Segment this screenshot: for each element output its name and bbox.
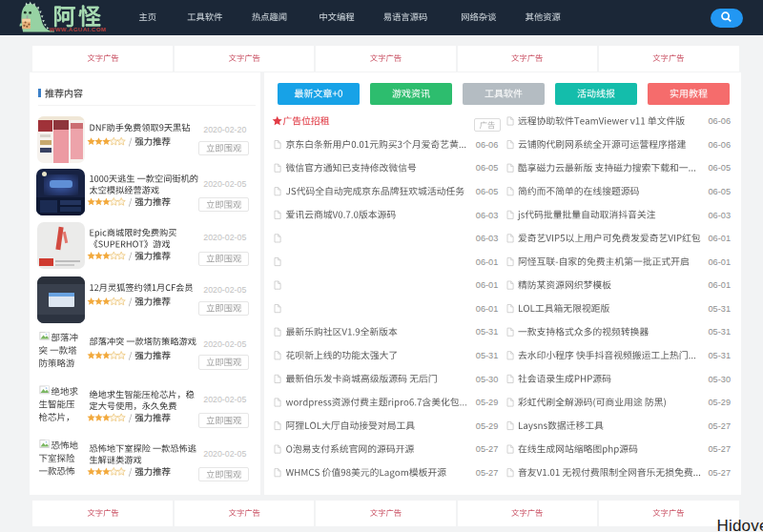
svg-text:05-31: 05-31: [709, 327, 732, 337]
svg-text:06-01: 06-01: [476, 304, 499, 314]
svg-text:2020-02-05: 2020-02-05: [203, 449, 246, 459]
svg-text:05-27: 05-27: [476, 444, 499, 454]
svg-text:Hidove: Hidove: [717, 517, 763, 532]
svg-text:05-31: 05-31: [709, 304, 732, 314]
svg-text:2020-02-05: 2020-02-05: [203, 179, 246, 189]
svg-text:2020-02-05: 2020-02-05: [203, 233, 246, 242]
svg-text:06-05: 06-05: [709, 163, 732, 173]
svg-text:06-01: 06-01: [476, 280, 499, 290]
svg-text:06-05: 06-05: [476, 163, 499, 173]
svg-text:06-06: 06-06: [709, 140, 732, 150]
svg-text:06-05: 06-05: [476, 187, 499, 196]
svg-text:05-27: 05-27: [709, 421, 732, 431]
svg-text:06-03: 06-03: [476, 211, 499, 220]
svg-text:06-03: 06-03: [476, 234, 499, 243]
svg-text:06-06: 06-06: [476, 140, 499, 150]
svg-text:05-31: 05-31: [476, 327, 499, 337]
svg-text:06-06: 06-06: [709, 116, 732, 126]
svg-text:2020-02-05: 2020-02-05: [203, 285, 246, 295]
svg-text:2020-02-20: 2020-02-20: [203, 125, 246, 134]
svg-text:06-03: 06-03: [709, 211, 732, 220]
svg-text:2020-02-05: 2020-02-05: [203, 395, 246, 404]
svg-text:05-30: 05-30: [709, 375, 732, 384]
svg-text:06-01: 06-01: [709, 257, 732, 267]
svg-text:06-01: 06-01: [709, 280, 732, 290]
svg-text:05-31: 05-31: [476, 351, 499, 360]
svg-text:05-31: 05-31: [709, 351, 732, 360]
svg-text:06-01: 06-01: [709, 234, 732, 243]
svg-text:06-05: 06-05: [709, 187, 732, 196]
svg-text:05-27: 05-27: [709, 444, 732, 454]
svg-text:05-27: 05-27: [709, 468, 732, 478]
svg-text:06-01: 06-01: [476, 257, 499, 267]
svg-text:WWW.AGUAI.COM: WWW.AGUAI.COM: [50, 27, 107, 32]
svg-text:05-29: 05-29: [476, 398, 499, 407]
svg-text:05-29: 05-29: [476, 421, 499, 431]
svg-text:05-29: 05-29: [709, 398, 732, 407]
svg-text:05-30: 05-30: [476, 375, 499, 384]
svg-text:2020-02-05: 2020-02-05: [203, 339, 246, 349]
svg-text:05-27: 05-27: [476, 468, 499, 478]
